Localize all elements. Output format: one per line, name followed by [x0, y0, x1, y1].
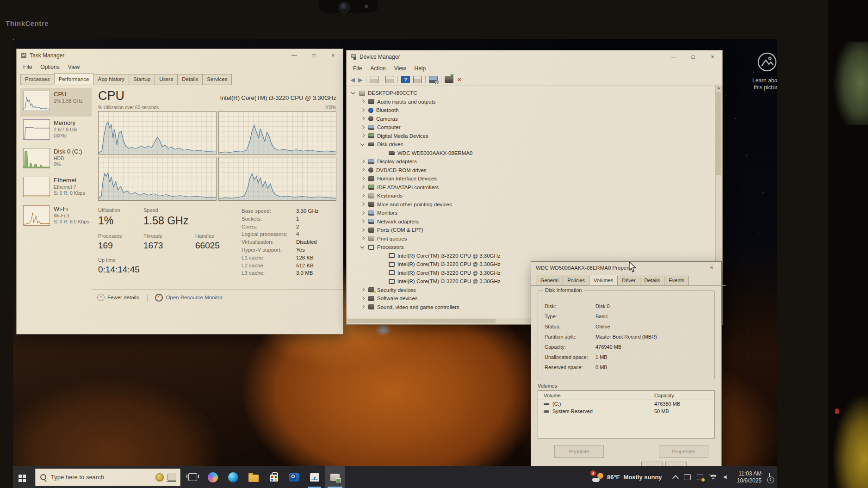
tree-expander-icon[interactable]: [360, 193, 366, 199]
device-tree-row[interactable]: Disk drives: [347, 140, 722, 149]
device-tree-row[interactable]: IDE ATA/ATAPI controllers: [347, 183, 722, 192]
task-manager-tab[interactable]: Users: [155, 74, 177, 85]
device-tree-row[interactable]: Computer: [347, 123, 722, 132]
dialog-tab[interactable]: Details: [640, 276, 664, 286]
menu-help[interactable]: Help: [411, 64, 430, 73]
menu-file[interactable]: File: [349, 64, 366, 73]
task-manager-tab[interactable]: Processes: [20, 74, 54, 85]
tree-expander-icon[interactable]: [380, 270, 386, 276]
volume-row-system-reserved[interactable]: System Reserved 50 MB: [538, 408, 714, 415]
tree-expander-icon[interactable]: [360, 296, 366, 302]
tree-expander-icon[interactable]: [380, 278, 386, 284]
volumes-list[interactable]: Volume Capacity (C:) 476380 MB System Re…: [538, 390, 715, 439]
dialog-tab[interactable]: Volumes: [589, 275, 617, 285]
update-driver-icon[interactable]: [445, 76, 453, 83]
populate-button[interactable]: Populate: [554, 445, 604, 458]
device-tree-row[interactable]: Digital Media Devices: [347, 132, 722, 141]
action-center-button[interactable]: 1: [769, 473, 770, 482]
close-button[interactable]: ×: [323, 49, 343, 62]
dialog-tab[interactable]: Policies: [563, 276, 589, 286]
volume-icon[interactable]: [724, 475, 727, 479]
outlook-button[interactable]: [284, 466, 304, 488]
tree-expander-icon[interactable]: [360, 210, 366, 216]
device-tree-row[interactable]: Network adapters: [347, 217, 722, 226]
tree-expander-icon[interactable]: [360, 176, 366, 182]
device-tree-row[interactable]: Monitors: [347, 209, 722, 217]
tree-expander-icon[interactable]: [360, 124, 366, 130]
back-icon[interactable]: ◀: [350, 76, 355, 83]
show-hidden-icons-chevron[interactable]: [672, 475, 679, 481]
dialog-tab[interactable]: General: [536, 276, 563, 286]
tree-expander-icon[interactable]: [360, 142, 366, 148]
volume-properties-button[interactable]: Properties: [659, 445, 708, 458]
task-manager-tab[interactable]: Performance: [54, 73, 93, 84]
show-console-tree-icon[interactable]: [370, 76, 378, 83]
tree-expander-icon[interactable]: [360, 201, 366, 207]
start-button[interactable]: [13, 466, 35, 488]
edge-button[interactable]: [223, 466, 243, 488]
task-manager-tab[interactable]: Startup: [129, 74, 155, 85]
menu-view[interactable]: View: [391, 64, 410, 73]
task-manager-taskbar-button[interactable]: [304, 466, 325, 488]
sidebar-item-memory[interactable]: Memory2.6/7.8 GB (33%): [20, 117, 92, 145]
tray-device-icon[interactable]: [684, 474, 691, 480]
minimize-button[interactable]: —: [664, 50, 683, 63]
tree-expander-icon[interactable]: [360, 235, 366, 241]
taskbar-clock[interactable]: 11:03 AM 10/6/2025: [737, 470, 762, 484]
microsoft-store-button[interactable]: [264, 466, 284, 488]
device-tree-row[interactable]: Bluetooth: [347, 106, 722, 115]
capacity-column-header[interactable]: Capacity: [654, 393, 714, 398]
search-highlight-device-icon[interactable]: [167, 474, 176, 481]
tree-expander-icon[interactable]: [360, 116, 366, 122]
uninstall-device-icon[interactable]: ✕: [457, 76, 462, 83]
task-view-button[interactable]: [182, 466, 203, 488]
tree-expander-icon[interactable]: [360, 107, 366, 113]
forward-icon[interactable]: ▶: [358, 76, 363, 83]
dialog-titlebar[interactable]: WDC WD5000AAKX-08ERMA0 Properti ×: [531, 262, 721, 274]
tree-expander-icon[interactable]: [360, 227, 366, 233]
device-tree-row[interactable]: Ports (COM & LPT): [347, 226, 722, 235]
file-explorer-button[interactable]: [243, 466, 264, 488]
task-manager-tab[interactable]: Details: [177, 74, 202, 85]
menu-view[interactable]: View: [64, 63, 84, 71]
tree-expander-icon[interactable]: [360, 244, 366, 250]
tree-expander-icon[interactable]: [360, 218, 366, 224]
search-highlight-coin-icon[interactable]: [155, 473, 164, 482]
device-tree-row[interactable]: DESKTOP-I80CCTC: [347, 89, 722, 98]
device-tree-row[interactable]: WDC WD5000AAKX-08ERMA0: [347, 149, 722, 158]
open-resource-monitor-link[interactable]: Open Resource Monitor: [147, 294, 222, 302]
help-icon[interactable]: ?: [401, 76, 410, 83]
sidebar-item-disk[interactable]: Disk 0 (C:)HDD0%: [20, 145, 92, 174]
volume-column-header[interactable]: Volume: [544, 393, 561, 398]
export-list-icon[interactable]: [413, 76, 422, 83]
tree-expander-icon[interactable]: [360, 304, 366, 310]
scrollbar-thumb[interactable]: [347, 319, 496, 323]
tree-expander-icon[interactable]: [350, 90, 356, 96]
copilot-button[interactable]: [203, 466, 223, 488]
device-tree-row[interactable]: Processors: [347, 243, 722, 252]
tree-expander-icon[interactable]: [360, 99, 366, 105]
scrollbar-thumb[interactable]: [716, 92, 721, 175]
tree-expander-icon[interactable]: [360, 159, 366, 165]
device-manager-titlebar[interactable]: Device Manager — □ ×: [347, 50, 722, 63]
task-manager-titlebar[interactable]: Task Manager — □ ×: [17, 49, 343, 62]
device-tree-row[interactable]: Print queues: [347, 235, 722, 243]
tree-expander-icon[interactable]: [360, 167, 366, 173]
sidebar-item-ethernet[interactable]: EthernetEthernet 7S: 0 R: 0 Kbps: [20, 174, 92, 203]
device-tree-row[interactable]: DVD/CD-ROM drives: [347, 166, 722, 175]
device-tree-row[interactable]: Intel(R) Core(TM) i3-3220 CPU @ 3.30GHz: [347, 252, 722, 260]
device-manager-taskbar-button[interactable]: [325, 466, 345, 488]
task-manager-tab[interactable]: Services: [202, 74, 232, 85]
taskbar-search[interactable]: [35, 469, 180, 486]
tree-expander-icon[interactable]: [360, 133, 366, 139]
device-tree-row[interactable]: Audio inputs and outputs: [347, 98, 722, 106]
search-input[interactable]: [50, 473, 152, 481]
tree-expander-icon[interactable]: [380, 150, 386, 156]
tray-alert-icon[interactable]: [697, 475, 703, 480]
tree-expander-icon[interactable]: [360, 184, 366, 190]
menu-options[interactable]: Options: [37, 63, 63, 71]
scroll-up-arrow[interactable]: ▲: [716, 85, 722, 91]
device-tree-row[interactable]: Display adapters: [347, 157, 722, 166]
device-tree-row[interactable]: Keyboards: [347, 191, 722, 200]
maximize-button[interactable]: □: [683, 50, 703, 63]
